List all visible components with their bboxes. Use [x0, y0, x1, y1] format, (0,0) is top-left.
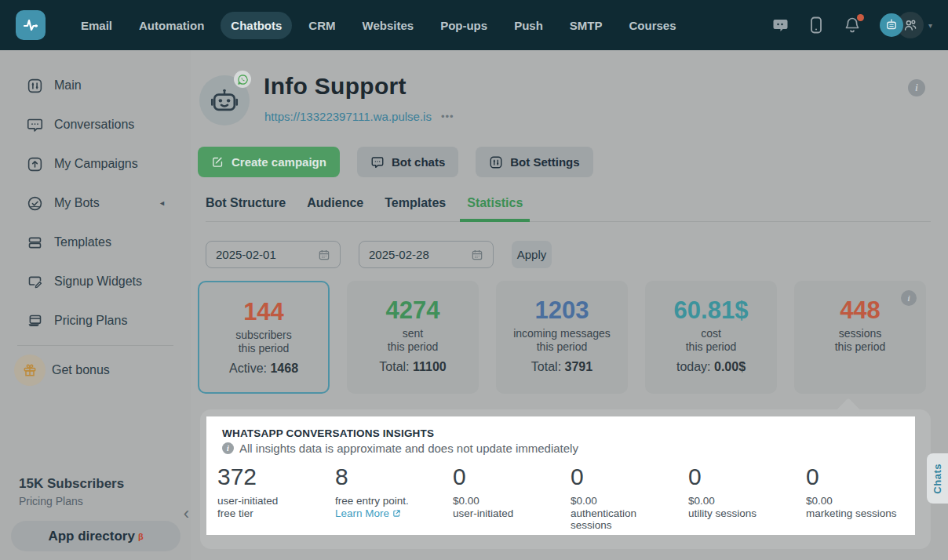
learn-more-link[interactable]: Learn More — [335, 507, 401, 520]
external-link-icon — [392, 509, 401, 518]
stat-card-incoming-messages[interactable]: 1203 incoming messages this period Total… — [496, 281, 628, 394]
stat-card-cost[interactable]: 60.81$ cost this period today: 0.00$ — [645, 281, 777, 394]
nav-item-chatbots[interactable]: Chatbots — [221, 12, 292, 39]
gift-icon — [14, 355, 46, 386]
bot-check-icon — [27, 195, 43, 212]
notifications-bell-icon[interactable] — [844, 16, 861, 34]
nav-item-automation[interactable]: Automation — [129, 12, 214, 39]
stat-value: 4274 — [347, 296, 479, 325]
stat-label: subscribers — [199, 329, 328, 342]
stat-label: sent — [347, 327, 479, 340]
chats-side-tab[interactable]: Chats — [927, 453, 948, 504]
account-menu[interactable]: ▾ — [880, 12, 932, 38]
sidebar-item-pricing-plans[interactable]: Pricing Plans — [0, 301, 191, 340]
page-title: Info Support — [264, 73, 407, 100]
stat-value: 60.81$ — [645, 296, 777, 325]
metric-value: 0 — [688, 464, 806, 490]
pulse-icon — [21, 16, 40, 35]
mobile-app-icon[interactable] — [808, 16, 825, 34]
stat-footer-value: 3791 — [565, 360, 593, 373]
sidebar-label: My Campaigns — [54, 157, 138, 171]
campaign-send-icon — [27, 156, 43, 173]
nav-item-crm[interactable]: CRM — [298, 12, 345, 39]
statistics-tabs: Bot Structure Audience Templates Statist… — [206, 196, 931, 222]
metric-marketing-sessions: 0 $0.00marketing sessions — [806, 464, 924, 532]
sidebar-item-my-campaigns[interactable]: My Campaigns — [0, 144, 191, 184]
sidebar-item-signup-widgets[interactable]: Signup Widgets — [0, 262, 191, 301]
stat-footer-label: Active: — [229, 362, 270, 375]
stat-card-sent[interactable]: 4274 sent this period Total: 11100 — [347, 281, 479, 394]
top-navbar: Email Automation Chatbots CRM Websites P… — [0, 0, 948, 50]
metric-value: 0 — [806, 464, 924, 490]
nav-item-popups[interactable]: Pop-ups — [430, 12, 498, 39]
bot-chats-icon — [370, 155, 385, 169]
insights-metrics: 372 user-initiatedfree tier 8 free entry… — [217, 464, 924, 532]
stat-card-sessions[interactable]: i 448 sessions this period — [794, 281, 926, 394]
stat-cards: 144 subscribers this period Active: 1468… — [198, 281, 926, 394]
sidebar-label: Pricing Plans — [54, 314, 127, 328]
tab-templates[interactable]: Templates — [385, 196, 446, 210]
metric-free-tier: 372 user-initiatedfree tier — [217, 464, 335, 532]
date-from-input[interactable]: 2025-02-01 — [206, 241, 341, 268]
collapse-arrow-icon[interactable]: ◄ — [159, 199, 166, 207]
templates-icon — [27, 235, 43, 251]
note-info-icon: i — [222, 442, 234, 454]
date-filters: 2025-02-01 2025-02-28 Apply — [206, 241, 552, 268]
robot-face-icon — [207, 83, 242, 118]
create-campaign-button[interactable]: Create campaign — [198, 147, 340, 177]
sidebar-label: Main — [54, 78, 82, 93]
date-to-input[interactable]: 2025-02-28 — [359, 241, 494, 268]
stat-label: this period — [794, 340, 926, 354]
nav-utilities: ▾ — [771, 12, 932, 38]
calendar-icon[interactable] — [318, 249, 330, 261]
sidebar-label: Get bonus — [52, 363, 110, 377]
compose-icon — [211, 155, 224, 169]
stat-footer-label: Total: — [379, 360, 413, 373]
stat-card-subscribers[interactable]: 144 subscribers this period Active: 1468 — [198, 281, 330, 394]
header-info-icon[interactable]: i — [908, 79, 925, 96]
nav-item-push[interactable]: Push — [504, 12, 553, 39]
app-directory-button[interactable]: App directory β — [11, 521, 180, 551]
stat-label: this period — [199, 342, 328, 355]
nav-item-email[interactable]: Email — [71, 12, 122, 39]
sidebar-collapse-icon[interactable]: ‹ — [184, 504, 189, 524]
sidebar-item-conversations[interactable]: Conversations — [0, 105, 191, 144]
calendar-icon[interactable] — [471, 249, 483, 261]
sidebar: Main Conversations My Campaigns My Bots … — [0, 50, 191, 560]
brand-logo[interactable] — [16, 10, 46, 40]
bot-chats-button[interactable]: Bot chats — [357, 147, 458, 177]
sidebar-divider — [17, 345, 173, 346]
action-buttons: Create campaign Bot chats Bot Settings — [198, 147, 593, 177]
metric-user-initiated: 0 $0.00user-initiated — [453, 464, 571, 532]
metric-free-entry-point: 8 free entry point. Learn More — [335, 464, 453, 532]
tab-audience[interactable]: Audience — [307, 196, 363, 210]
plan-pricing-link[interactable]: Pricing Plans — [19, 495, 124, 507]
insights-title: WHATSAPP CONVERSATIONS INSIGHTS — [222, 427, 434, 439]
tab-bot-structure[interactable]: Bot Structure — [206, 196, 286, 210]
sidebar-item-templates[interactable]: Templates — [0, 223, 191, 262]
apply-button[interactable]: Apply — [512, 241, 552, 268]
date-from-value: 2025-02-01 — [216, 248, 276, 261]
sidebar-item-get-bonus[interactable]: Get bonus — [0, 351, 191, 390]
date-to-value: 2025-02-28 — [369, 248, 429, 261]
nav-item-smtp[interactable]: SMTP — [560, 12, 613, 39]
chats-tab-label: Chats — [932, 464, 943, 494]
subscription-plan[interactable]: 15K Subscribers Pricing Plans — [19, 476, 124, 507]
tab-statistics[interactable]: Statistics — [467, 196, 523, 210]
metric-authentication-sessions: 0 $0.00authentication sessions — [571, 464, 688, 532]
stat-label: sessions — [794, 327, 926, 340]
stat-label: incoming messages — [496, 327, 628, 340]
bot-url-link[interactable]: https://13322397111.wa.pulse.is — [264, 110, 432, 123]
more-options-icon[interactable]: ••• — [441, 111, 454, 122]
sidebar-item-main[interactable]: Main — [0, 66, 191, 105]
nav-item-courses[interactable]: Courses — [618, 12, 686, 39]
bot-settings-button[interactable]: Bot Settings — [476, 147, 592, 177]
beta-badge: β — [138, 532, 144, 541]
app-directory-label: App directory — [48, 529, 135, 544]
sessions-info-icon[interactable]: i — [901, 290, 917, 306]
support-chat-icon[interactable] — [771, 16, 789, 34]
bot-avatar-icon — [880, 13, 903, 37]
sidebar-item-my-bots[interactable]: My Bots ◄ — [0, 184, 191, 223]
nav-item-websites[interactable]: Websites — [352, 12, 425, 39]
stat-footer-value: 1468 — [270, 362, 298, 375]
